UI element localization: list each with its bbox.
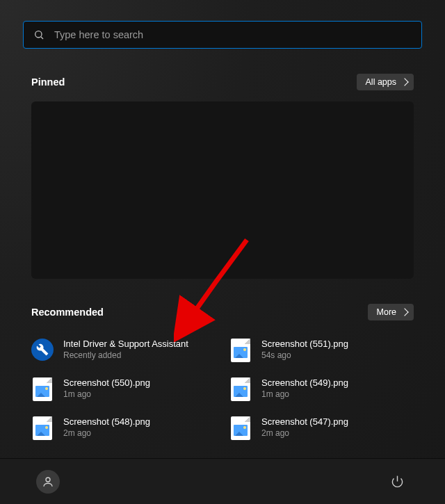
recommended-item-title: Intel Driver & Support Assistant	[63, 339, 188, 350]
recommended-item-text: Screenshot (547).png 2m ago	[261, 416, 348, 438]
chevron-right-icon	[400, 308, 408, 316]
recommended-item-intel[interactable]: Intel Driver & Support Assistant Recentl…	[31, 339, 216, 361]
recommended-item-sub: 54s ago	[261, 350, 348, 361]
recommended-header: Recommended More	[31, 304, 414, 320]
recommended-section: Recommended More Intel Driver & Support …	[0, 304, 445, 439]
recommended-item-sub: Recently added	[63, 350, 188, 361]
recommended-item-text: Screenshot (548).png 2m ago	[63, 416, 150, 438]
recommended-item-sub: 1m ago	[261, 389, 348, 400]
intel-icon	[31, 339, 54, 361]
recommended-item-file[interactable]: Screenshot (549).png 1m ago	[229, 377, 414, 400]
svg-point-0	[35, 31, 42, 38]
image-file-icon	[229, 339, 252, 361]
user-account-button[interactable]	[36, 470, 60, 494]
image-file-icon	[31, 377, 54, 400]
all-apps-button[interactable]: All apps	[357, 74, 414, 90]
search-icon	[33, 29, 44, 40]
all-apps-label: All apps	[366, 77, 396, 87]
start-menu: Pinned All apps Recommended More	[0, 0, 445, 504]
recommended-item-file[interactable]: Screenshot (548).png 2m ago	[31, 416, 216, 439]
search-box[interactable]	[23, 21, 422, 49]
recommended-item-text: Screenshot (550).png 1m ago	[63, 377, 150, 399]
recommended-item-text: Screenshot (549).png 1m ago	[261, 377, 348, 399]
recommended-item-title: Screenshot (548).png	[63, 416, 150, 428]
pinned-grid	[31, 101, 414, 279]
pinned-title: Pinned	[31, 76, 65, 88]
recommended-item-file[interactable]: Screenshot (550).png 1m ago	[31, 377, 216, 400]
chevron-right-icon	[400, 78, 408, 86]
recommended-item-sub: 2m ago	[63, 428, 150, 439]
image-file-icon	[229, 377, 252, 400]
power-button[interactable]	[385, 470, 409, 494]
recommended-item-title: Screenshot (547).png	[261, 416, 348, 428]
recommended-item-title: Screenshot (550).png	[63, 377, 150, 389]
recommended-item-text: Screenshot (551).png 54s ago	[261, 339, 348, 360]
recommended-item-title: Screenshot (551).png	[261, 339, 348, 350]
power-icon	[391, 475, 404, 488]
recommended-item-text: Intel Driver & Support Assistant Recentl…	[63, 339, 188, 360]
svg-point-2	[46, 478, 50, 482]
more-button[interactable]: More	[368, 304, 414, 320]
pinned-header: Pinned All apps	[31, 74, 414, 90]
recommended-item-sub: 1m ago	[63, 389, 150, 400]
search-container	[0, 0, 445, 49]
recommended-grid: Intel Driver & Support Assistant Recentl…	[31, 339, 414, 439]
pinned-section: Pinned All apps	[0, 74, 445, 90]
recommended-title: Recommended	[31, 307, 104, 318]
svg-line-1	[41, 37, 43, 39]
image-file-icon	[31, 416, 54, 439]
recommended-item-sub: 2m ago	[261, 428, 348, 439]
user-icon	[42, 475, 54, 488]
recommended-item-file[interactable]: Screenshot (551).png 54s ago	[229, 339, 414, 361]
bottom-bar	[0, 458, 445, 504]
search-input[interactable]	[54, 29, 412, 40]
recommended-item-title: Screenshot (549).png	[261, 377, 348, 389]
image-file-icon	[229, 416, 252, 439]
recommended-item-file[interactable]: Screenshot (547).png 2m ago	[229, 416, 414, 439]
more-label: More	[377, 307, 396, 317]
